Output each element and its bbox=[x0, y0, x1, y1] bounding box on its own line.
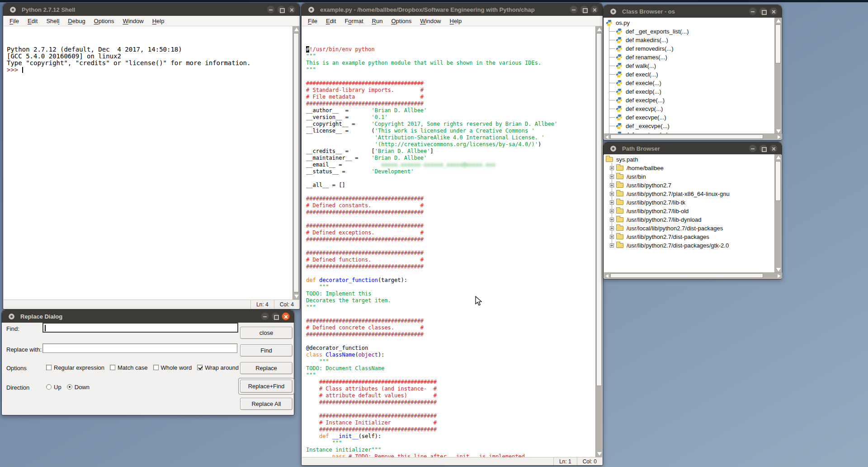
tree-item[interactable]: /usr/lib/python2.7 bbox=[610, 181, 671, 190]
tree-item[interactable]: /usr/lib/python2.7/dist-packages bbox=[610, 233, 709, 241]
checkbox-checked-icon[interactable] bbox=[197, 365, 203, 370]
menu-shell[interactable]: Shell bbox=[46, 18, 59, 24]
radio-selected-icon[interactable] bbox=[67, 384, 72, 390]
menu-help[interactable]: Help bbox=[450, 18, 462, 24]
checkbox-icon[interactable] bbox=[46, 365, 52, 370]
close-icon[interactable] bbox=[769, 144, 778, 152]
path-browser-horizontal-scrollbar[interactable] bbox=[604, 272, 782, 278]
class-browser-vertical-scrollbar[interactable] bbox=[774, 18, 781, 134]
menu-edit[interactable]: Edit bbox=[326, 18, 336, 24]
tree-item[interactable]: /usr/lib/python2.7/dist-packages/gtk-2.0 bbox=[610, 241, 729, 250]
tree-item[interactable]: def execle(...) bbox=[616, 79, 661, 87]
maximize-icon[interactable] bbox=[277, 5, 285, 14]
maximize-icon[interactable] bbox=[580, 5, 588, 14]
tree-item[interactable]: def execvp(...) bbox=[616, 105, 663, 113]
tree-item[interactable]: /usr/lib/python2.7/lib-dynload bbox=[610, 215, 702, 224]
scrollbar-thumb[interactable] bbox=[293, 33, 299, 292]
scroll-right-icon[interactable] bbox=[778, 135, 781, 139]
menu-options[interactable]: Options bbox=[94, 18, 114, 24]
tree-item[interactable]: def _execvpe(...) bbox=[616, 122, 670, 130]
window-menu-icon[interactable] bbox=[9, 314, 14, 319]
close-icon[interactable] bbox=[282, 312, 290, 320]
checkbox-icon[interactable] bbox=[153, 365, 159, 370]
checkbox-icon[interactable] bbox=[110, 365, 115, 370]
find-button[interactable]: Find bbox=[240, 344, 292, 357]
checkbox-match-case[interactable]: Match case bbox=[110, 364, 147, 371]
scroll-down-icon[interactable] bbox=[597, 452, 602, 456]
path-browser-tree[interactable]: sys.path/home/ballbee/usr/bin/usr/lib/py… bbox=[604, 154, 775, 273]
expand-icon[interactable] bbox=[610, 218, 614, 222]
class-browser-horizontal-scrollbar[interactable] bbox=[604, 133, 782, 139]
tree-root-class-content[interactable]: os.py bbox=[606, 19, 630, 27]
scrollbar-thumb[interactable] bbox=[775, 24, 781, 63]
scrollbar-thumb[interactable] bbox=[610, 273, 763, 278]
menu-run[interactable]: Run bbox=[372, 18, 383, 24]
tree-item[interactable]: def removedirs(...) bbox=[616, 44, 673, 53]
tree-item[interactable]: /usr/local/lib/python2.7/dist-packages bbox=[610, 224, 723, 233]
replace-button[interactable]: Replace bbox=[240, 362, 292, 374]
tree-item[interactable]: def makedirs(...) bbox=[616, 36, 668, 44]
menu-file[interactable]: File bbox=[308, 18, 317, 24]
menu-file[interactable]: File bbox=[9, 18, 19, 24]
scroll-up-icon[interactable] bbox=[597, 28, 602, 31]
menu-window[interactable]: Window bbox=[123, 18, 143, 24]
tree-item[interactable]: def walk(...) bbox=[616, 62, 656, 70]
expand-icon[interactable] bbox=[610, 235, 614, 239]
radio-icon[interactable] bbox=[46, 384, 52, 390]
replace-dialog-titlebar[interactable]: Replace Dialog bbox=[2, 310, 294, 323]
minimize-icon[interactable] bbox=[570, 5, 578, 14]
class-browser-titlebar[interactable]: Class Browser - os bbox=[604, 5, 782, 18]
radio-up[interactable]: Up bbox=[46, 384, 61, 391]
radio-down[interactable]: Down bbox=[67, 384, 90, 391]
minimize-icon[interactable] bbox=[267, 5, 275, 14]
editor-text-area[interactable]: #!/usr/bin/env python"""This is an examp… bbox=[302, 26, 596, 457]
editor-titlebar[interactable]: example.py - /home/ballbee/Dropbox/Softw… bbox=[302, 3, 603, 16]
path-browser-vertical-scrollbar[interactable] bbox=[774, 154, 781, 273]
class-browser-tree[interactable]: os.pydef _get_exports_list(...)def maked… bbox=[604, 18, 775, 134]
menu-debug[interactable]: Debug bbox=[68, 18, 85, 24]
menu-edit[interactable]: Edit bbox=[28, 18, 38, 24]
scrollbar-thumb[interactable] bbox=[610, 134, 763, 139]
maximize-icon[interactable] bbox=[759, 144, 767, 152]
close-icon[interactable] bbox=[590, 5, 599, 14]
expand-icon[interactable] bbox=[610, 200, 614, 205]
shell-vertical-scrollbar[interactable] bbox=[292, 26, 299, 300]
tree-item[interactable]: /home/ballbee bbox=[610, 164, 664, 172]
scroll-down-icon[interactable] bbox=[776, 129, 781, 133]
replace-all-button[interactable]: Replace All bbox=[240, 398, 292, 410]
tree-item[interactable]: /usr/bin bbox=[610, 172, 646, 181]
scroll-up-icon[interactable] bbox=[776, 156, 781, 159]
tree-item[interactable]: /usr/lib/python2.7/plat-x86_64-linux-gnu bbox=[610, 190, 730, 198]
tree-item[interactable]: def _get_exports_list(...) bbox=[616, 27, 689, 36]
expand-icon[interactable] bbox=[610, 243, 614, 248]
tree-item[interactable]: /usr/lib/python2.7/lib-tk bbox=[610, 198, 685, 207]
find-input[interactable] bbox=[42, 323, 238, 333]
menu-format[interactable]: Format bbox=[344, 18, 363, 24]
tree-item[interactable]: def execlp(...) bbox=[616, 87, 661, 96]
window-menu-icon[interactable] bbox=[10, 7, 16, 13]
scroll-left-icon[interactable] bbox=[605, 274, 609, 278]
tree-item[interactable]: def execvpe(...) bbox=[616, 113, 666, 122]
menu-help[interactable]: Help bbox=[152, 18, 165, 24]
tree-item[interactable]: def execl(...) bbox=[616, 70, 658, 79]
scroll-right-icon[interactable] bbox=[778, 274, 781, 278]
expand-icon[interactable] bbox=[610, 175, 614, 179]
checkbox-regular-expression[interactable]: Regular expression bbox=[46, 364, 104, 371]
menu-options[interactable]: Options bbox=[391, 18, 411, 24]
close-icon[interactable] bbox=[769, 7, 778, 15]
scroll-left-icon[interactable] bbox=[605, 135, 609, 139]
expand-icon[interactable] bbox=[610, 183, 614, 187]
expand-icon[interactable] bbox=[610, 226, 614, 230]
scrollbar-thumb[interactable] bbox=[775, 161, 781, 201]
window-menu-icon[interactable] bbox=[610, 9, 616, 14]
minimize-icon[interactable] bbox=[749, 7, 757, 15]
minimize-icon[interactable] bbox=[749, 144, 757, 152]
scroll-down-icon[interactable] bbox=[776, 268, 781, 272]
tree-item[interactable]: /usr/lib/python2.7/lib-old bbox=[610, 207, 689, 215]
expand-icon[interactable] bbox=[610, 166, 614, 170]
tree-item[interactable]: def execlpe(...) bbox=[616, 96, 665, 105]
checkbox-whole-word[interactable]: Whole word bbox=[153, 364, 192, 371]
shell-titlebar[interactable]: Python 2.7.12 Shell bbox=[3, 3, 300, 16]
close-button[interactable]: close bbox=[240, 327, 292, 339]
window-menu-icon[interactable] bbox=[610, 146, 616, 152]
